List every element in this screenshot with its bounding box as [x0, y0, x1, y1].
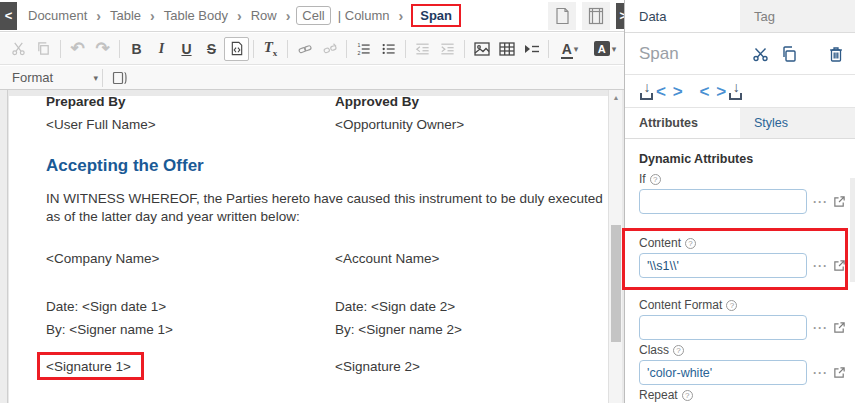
link-button[interactable]	[292, 37, 317, 61]
field-company-name[interactable]: <Company Name>	[46, 251, 159, 266]
show-blocks-icon	[112, 71, 128, 85]
copy-element-button[interactable]	[781, 46, 797, 62]
breadcrumb-item-cell[interactable]: Cell	[296, 6, 330, 25]
field-content: Content? ···	[639, 236, 849, 278]
field-signer-name-2[interactable]: By: <Signer name 2>	[335, 322, 462, 337]
breadcrumb-item-column[interactable]: | Column	[335, 6, 393, 25]
redo-button[interactable]: ↷	[90, 37, 115, 61]
chevron-sep-icon: ›	[150, 8, 155, 24]
field-sign-date-1[interactable]: Date: <Sign date 1>	[46, 299, 166, 314]
field-account-name[interactable]: <Account Name>	[335, 251, 439, 266]
copy-button[interactable]	[31, 37, 56, 61]
document-content: Prepared By Approved By <User Full Name>…	[9, 96, 608, 403]
editor-vertical-scrollbar[interactable]: ▲	[608, 90, 622, 403]
trash-icon	[829, 46, 843, 62]
format-dropdown[interactable]: Format ▾	[12, 70, 98, 85]
tab-data[interactable]: Data	[625, 0, 740, 32]
breadcrumb-item-span-current[interactable]: Span	[411, 4, 461, 27]
scrollbar-thumb[interactable]	[611, 225, 621, 342]
field-signature-2[interactable]: <Signature 2>	[335, 359, 420, 374]
help-icon[interactable]: ?	[726, 300, 737, 311]
insert-down-bracket-icon: ↓	[639, 82, 655, 100]
single-page-view-button[interactable]	[548, 2, 576, 30]
scroll-up-icon[interactable]: ▲	[609, 94, 623, 101]
more-options-button[interactable]: ···	[813, 321, 828, 335]
text-color-icon: A	[562, 42, 572, 56]
open-editor-button[interactable]	[833, 195, 846, 208]
field-if: If? ···	[639, 172, 849, 214]
field-opportunity-owner[interactable]: <Opportunity Owner>	[335, 117, 464, 132]
delete-element-button[interactable]	[829, 46, 843, 62]
remove-format-button[interactable]: Tx	[258, 37, 283, 61]
indent-button[interactable]	[435, 37, 460, 61]
show-blocks-button[interactable]	[107, 66, 132, 90]
insert-before-button[interactable]: ↓ < >	[639, 82, 685, 100]
unlink-button[interactable]	[317, 37, 342, 61]
open-editor-button[interactable]	[833, 259, 846, 272]
open-editor-button[interactable]	[833, 366, 846, 379]
background-color-icon: A	[594, 41, 610, 56]
strikethrough-button[interactable]: S	[199, 37, 224, 61]
insert-placeholder-button[interactable]	[519, 37, 544, 61]
page-margins-view-button[interactable]	[582, 2, 610, 30]
table-icon	[499, 42, 515, 56]
cell-approved-by[interactable]: Approved By	[335, 96, 419, 109]
cut-element-button[interactable]	[752, 46, 769, 62]
subtab-styles[interactable]: Styles	[740, 108, 855, 138]
text-color-button[interactable]: A ▾	[553, 37, 587, 61]
field-sign-date-2[interactable]: Date: <Sign date 2>	[335, 299, 455, 314]
more-options-button[interactable]: ···	[813, 195, 828, 209]
document-editor-canvas[interactable]: Prepared By Approved By <User Full Name>…	[0, 90, 624, 403]
open-editor-button[interactable]	[833, 321, 846, 334]
field-class: Class? ···	[639, 343, 849, 385]
italic-button[interactable]: I	[149, 37, 174, 61]
subtab-attributes[interactable]: Attributes	[625, 108, 740, 138]
external-link-icon	[833, 321, 846, 334]
panel-scrollbar[interactable]	[850, 178, 855, 282]
more-options-button[interactable]: ···	[813, 366, 828, 380]
dropdown-caret-icon: ▾	[612, 44, 617, 54]
witness-paragraph[interactable]: IN WITNESS WHEREOF, the Parties hereto h…	[46, 190, 608, 226]
dropdown-caret-icon: ▾	[93, 73, 98, 83]
help-icon[interactable]: ?	[682, 390, 693, 401]
if-input[interactable]	[639, 189, 807, 214]
breadcrumb-item-document[interactable]: Document	[25, 6, 90, 25]
insert-actions-row: ↓ < > < > ↓	[625, 75, 855, 108]
app-window: < Document › Table › Table Body › Row › …	[0, 0, 855, 403]
outdent-button[interactable]	[410, 37, 435, 61]
numbered-list-button[interactable]: 1 2	[351, 37, 376, 61]
field-signer-name-1[interactable]: By: <Signer name 1>	[46, 322, 173, 337]
cell-prepared-by[interactable]: Prepared By	[46, 96, 126, 109]
background-color-button[interactable]: A ▾	[587, 37, 623, 61]
help-icon[interactable]: ?	[650, 174, 661, 185]
section-heading[interactable]: Accepting the Offer	[46, 156, 204, 176]
insert-table-button[interactable]	[494, 37, 519, 61]
breadcrumb-item-table[interactable]: Table	[107, 6, 144, 25]
class-input[interactable]	[639, 360, 807, 385]
underline-button[interactable]: U	[174, 37, 199, 61]
insert-after-button[interactable]: < > ↓	[699, 82, 745, 100]
help-icon[interactable]: ?	[673, 345, 684, 356]
external-link-icon	[833, 195, 846, 208]
collapse-left-button[interactable]: <	[0, 2, 17, 30]
cut-button[interactable]	[6, 37, 31, 61]
breadcrumb-item-row[interactable]: Row	[248, 6, 280, 25]
numbered-list-icon: 1 2	[356, 42, 371, 56]
insert-image-button[interactable]	[469, 37, 494, 61]
indent-icon	[440, 42, 455, 56]
content-format-input[interactable]	[639, 315, 807, 340]
bulleted-list-button[interactable]	[376, 37, 401, 61]
more-options-button[interactable]: ···	[813, 259, 828, 273]
help-icon[interactable]: ?	[685, 238, 696, 249]
breadcrumb-item-table-body[interactable]: Table Body	[161, 6, 231, 25]
link-icon	[297, 42, 313, 56]
external-link-icon	[833, 366, 846, 379]
bold-button[interactable]: B	[124, 37, 149, 61]
content-input[interactable]	[639, 253, 807, 278]
undo-button[interactable]: ↶	[65, 37, 90, 61]
tab-tag[interactable]: Tag	[740, 0, 855, 32]
field-user-full-name[interactable]: <User Full Name>	[46, 117, 156, 132]
span-field-button-active[interactable]	[224, 37, 249, 61]
page-margins-icon	[588, 7, 604, 25]
document-page[interactable]: Prepared By Approved By <User Full Name>…	[9, 96, 608, 403]
